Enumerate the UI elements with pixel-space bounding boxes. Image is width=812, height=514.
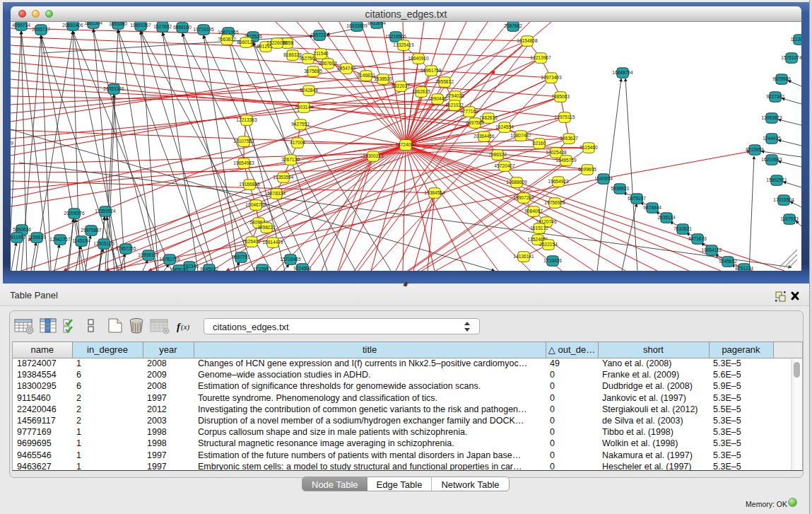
- svg-text:10973493: 10973493: [541, 75, 562, 80]
- svg-text:13226058: 13226058: [266, 40, 288, 45]
- svg-text:9242848: 9242848: [300, 88, 318, 93]
- svg-text:2055717: 2055717: [32, 27, 50, 32]
- svg-text:9329966: 9329966: [772, 76, 791, 81]
- svg-text:9227342: 9227342: [766, 94, 784, 99]
- svg-text:29975887: 29975887: [81, 228, 102, 233]
- svg-text:10046788: 10046788: [245, 202, 266, 207]
- svg-text:8471676: 8471676: [688, 236, 707, 241]
- svg-text:9245652: 9245652: [719, 259, 737, 264]
- svg-text:7632621: 7632621: [673, 226, 692, 231]
- svg-text:1990448: 1990448: [428, 96, 447, 101]
- svg-text:10958107: 10958107: [138, 252, 159, 257]
- svg-text:13325419: 13325419: [393, 42, 414, 47]
- svg-text:16033809: 16033809: [346, 23, 367, 28]
- svg-text:16848794: 16848794: [612, 70, 633, 75]
- svg-text:14136141: 14136141: [513, 254, 534, 259]
- svg-text:9427552: 9427552: [291, 122, 310, 127]
- svg-text:16154808: 16154808: [517, 38, 538, 43]
- svg-text:6966160: 6966160: [173, 25, 192, 30]
- svg-text:10654112: 10654112: [702, 247, 722, 252]
- svg-text:8413054: 8413054: [367, 22, 386, 25]
- svg-text:5938923: 5938923: [611, 186, 629, 191]
- svg-text:16671955: 16671955: [218, 30, 239, 35]
- svg-text:18640910: 18640910: [408, 56, 429, 61]
- svg-text:7625402: 7625402: [242, 239, 261, 244]
- svg-text:9084067: 9084067: [524, 209, 543, 214]
- svg-text:16495759: 16495759: [555, 158, 577, 163]
- svg-text:20206576: 20206576: [64, 211, 85, 216]
- svg-text:1615172: 1615172: [530, 226, 548, 230]
- svg-text:17957255: 17957255: [115, 246, 136, 251]
- svg-text:1362615: 1362615: [412, 89, 430, 94]
- svg-text:1861304: 1861304: [84, 22, 102, 25]
- svg-text:12975115: 12975115: [555, 115, 575, 119]
- svg-text:12942757: 12942757: [49, 237, 71, 242]
- svg-text:1156819: 1156819: [28, 235, 46, 240]
- svg-text:17359924: 17359924: [95, 209, 116, 214]
- svg-text:4055714: 4055714: [12, 23, 30, 28]
- svg-text:1112045: 1112045: [791, 37, 801, 42]
- svg-text:7462616: 7462616: [479, 115, 498, 120]
- svg-text:19166825: 19166825: [239, 182, 260, 187]
- svg-text:7485063: 7485063: [551, 94, 570, 99]
- svg-text:1353509: 1353509: [11, 141, 13, 146]
- svg-text:(x): (x): [181, 322, 190, 332]
- svg-text:16107552: 16107552: [233, 139, 254, 144]
- svg-text:3498222: 3498222: [257, 225, 276, 230]
- svg-text:19300213: 19300213: [363, 153, 384, 158]
- svg-text:15692971: 15692971: [766, 177, 787, 182]
- svg-text:7986322: 7986322: [488, 152, 507, 157]
- svg-text:9245012: 9245012: [200, 267, 218, 271]
- svg-text:9474444: 9474444: [643, 205, 661, 210]
- svg-text:1065013: 1065013: [170, 267, 188, 271]
- svg-text:9527508: 9527508: [299, 56, 317, 61]
- svg-text:62160: 62160: [533, 141, 546, 146]
- svg-text:3911997: 3911997: [11, 235, 26, 240]
- svg-text:15751074: 15751074: [781, 55, 801, 60]
- svg-text:6497568: 6497568: [466, 120, 484, 125]
- svg-text:7955812: 7955812: [435, 79, 454, 84]
- svg-text:10025438: 10025438: [546, 150, 567, 155]
- svg-text:1244415: 1244415: [763, 136, 781, 141]
- svg-text:9115460: 9115460: [579, 145, 598, 150]
- svg-text:10719195: 10719195: [193, 27, 214, 32]
- svg-text:1624554: 1624554: [495, 124, 514, 129]
- svg-text:18907249: 18907249: [513, 195, 534, 200]
- svg-text:3267130: 3267130: [281, 157, 300, 162]
- svg-text:1733426: 1733426: [543, 258, 562, 263]
- svg-text:2087682: 2087682: [504, 23, 522, 28]
- svg-text:8215958: 8215958: [746, 147, 764, 152]
- svg-text:1527602: 1527602: [153, 24, 172, 29]
- svg-text:3675685: 3675685: [304, 69, 322, 74]
- svg-text:12213967: 12213967: [530, 55, 551, 60]
- svg-text:12093873: 12093873: [761, 115, 782, 120]
- svg-text:5350616: 5350616: [13, 227, 31, 232]
- svg-text:1733993: 1733993: [253, 267, 271, 271]
- svg-text:10653267: 10653267: [130, 23, 151, 28]
- svg-text:6794028: 6794028: [446, 93, 464, 98]
- svg-text:10807487: 10807487: [510, 133, 531, 138]
- svg-text:17016504: 17016504: [773, 197, 794, 202]
- svg-text:8660123: 8660123: [237, 40, 255, 45]
- svg-text:18724007: 18724007: [395, 142, 416, 147]
- svg-text:15716485: 15716485: [280, 257, 301, 262]
- svg-text:1538520: 1538520: [374, 76, 392, 81]
- svg-text:8322037: 8322037: [392, 83, 410, 88]
- svg-text:1853380: 1853380: [109, 22, 127, 26]
- svg-text:2803144: 2803144: [295, 105, 313, 110]
- svg-text:211546: 211546: [313, 51, 329, 56]
- svg-text:11353594: 11353594: [273, 175, 294, 180]
- svg-text:7663822: 7663822: [218, 37, 236, 42]
- svg-text:12213383: 12213383: [236, 117, 257, 122]
- svg-text:2367608: 2367608: [319, 61, 337, 66]
- svg-text:19384554: 19384554: [424, 190, 445, 195]
- svg-text:8454749: 8454749: [337, 66, 355, 71]
- svg-text:1145194: 1145194: [72, 238, 90, 243]
- svg-text:10688609: 10688609: [506, 180, 527, 185]
- svg-text:1167533: 1167533: [780, 216, 799, 221]
- svg-text:8791234: 8791234: [735, 266, 753, 271]
- svg-text:16782759: 16782759: [159, 257, 180, 262]
- svg-text:6699695: 6699695: [578, 167, 596, 172]
- svg-text:417004: 417004: [290, 140, 305, 145]
- svg-text:19756928: 19756928: [544, 200, 565, 205]
